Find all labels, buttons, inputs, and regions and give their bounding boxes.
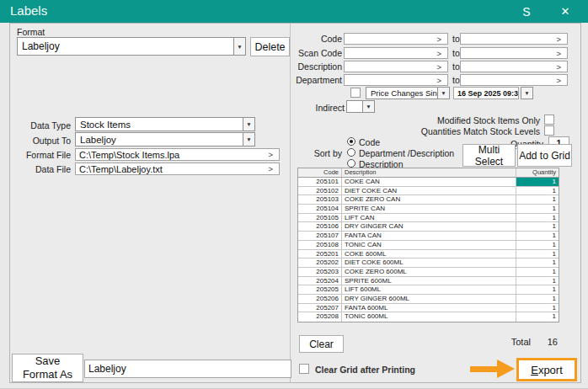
window-title: Labels (10, 3, 47, 18)
chevron-down-icon[interactable]: ▼ (243, 133, 254, 146)
titlebar-s-button[interactable]: S (514, 0, 539, 23)
grid-cell-quantity: 1 (516, 312, 559, 322)
labels-dialog: Labels S ✕ Format Labeljoy ▼ Delete Data… (0, 0, 588, 389)
chevron-right-icon[interactable]: > (556, 49, 567, 58)
code-from-input[interactable]: > (344, 33, 448, 45)
output-to-combobox[interactable]: Labeljoy▼ (75, 132, 255, 147)
price-changes-combobox[interactable]: Price Changes Since ▼ (366, 87, 450, 99)
data-type-combobox[interactable]: Stock Items▼ (75, 117, 255, 131)
grid-row[interactable]: 205104SPRITE CAN1 (298, 205, 559, 214)
department-from-input[interactable]: > (344, 74, 448, 86)
scan-code-from-input[interactable]: > (344, 47, 448, 59)
combobox-value: Stock Items (76, 118, 243, 131)
price-changes-date-dropdown[interactable]: ▼ (521, 87, 533, 99)
save-format-name-input[interactable]: Labeljoy (84, 360, 291, 378)
option-checkbox-0[interactable] (544, 115, 554, 125)
data-file-input[interactable]: C:\Temp\Labeljoy.txt> (75, 163, 280, 175)
sort-radio-2[interactable] (347, 159, 355, 168)
price-changes-value: Price Changes Since (366, 88, 437, 99)
grid-cell-code: 205208 (298, 312, 342, 322)
add-to-grid-button[interactable]: Add to Grid (517, 144, 572, 167)
grid-row[interactable]: 205202DIET COKE 600ML1 (298, 258, 559, 268)
description-from-input[interactable]: > (344, 61, 448, 72)
grid-row[interactable]: 205106DRY GINGER CAN1 (298, 222, 559, 232)
grid-row[interactable]: 205205LIFT 600ML1 (298, 285, 559, 295)
input-value: C:\Temp\Labeljoy.txt (76, 164, 268, 174)
grid-cell-description: TONIC 600ML (342, 312, 516, 322)
grid-cell-code: 205107 (298, 232, 342, 240)
scan-code-to-input[interactable]: > (460, 47, 568, 59)
chevron-right-icon[interactable]: > (556, 35, 567, 44)
chevron-right-icon[interactable]: > (436, 76, 447, 85)
grid-row[interactable]: 205102DIET COKE CAN1 (298, 187, 559, 196)
price-changes-checkbox[interactable] (350, 88, 361, 98)
grid-row[interactable]: 205203COKE ZERO 600ML1 (298, 268, 559, 277)
chevron-down-icon[interactable]: ▼ (437, 88, 449, 99)
grid-row[interactable]: 205207FANTA 600ML1 (298, 304, 559, 313)
chevron-down-icon[interactable]: ▼ (243, 118, 254, 131)
export-button[interactable]: Export (519, 360, 575, 379)
grid-cell-code: 205205 (298, 285, 342, 294)
grid-cell-quantity: 1 (516, 285, 559, 294)
chevron-right-icon[interactable]: > (556, 76, 567, 85)
grid-cell-code: 205204 (298, 277, 342, 285)
grid-row[interactable]: 205105LIFT CAN1 (298, 214, 559, 223)
grid-row[interactable]: 205107FANTA CAN1 (298, 232, 559, 241)
grid-header: CodeDescriptionQuantity (298, 168, 559, 178)
grid-row[interactable]: 205108TONIC CAN1 (298, 241, 559, 250)
grid-cell-description: SPRITE 600ML (342, 277, 516, 285)
range-label-0: Code (283, 34, 342, 44)
field-label-0: Data Type (13, 120, 71, 131)
grid-cell-code: 205103 (298, 195, 342, 204)
price-changes-date-input[interactable]: 16 Sep 2025 09:39 (453, 87, 519, 99)
grid-row[interactable]: 205103COKE ZERO CAN1 (298, 195, 559, 205)
grid-cell-quantity: 1 (516, 258, 559, 267)
sort-radio-1[interactable] (347, 148, 355, 157)
grid-row[interactable]: 205208TONIC 600ML1 (298, 312, 559, 322)
clear-grid-after-printing-checkbox[interactable] (299, 364, 309, 374)
grid-cell-code: 205105 (298, 214, 342, 222)
sort-radio-0[interactable] (347, 137, 355, 146)
code-to-input[interactable]: > (460, 33, 568, 45)
description-to-input[interactable]: > (460, 61, 568, 72)
total-label: Total (499, 337, 531, 347)
grid-cell-description: COKE ZERO 600ML (342, 268, 516, 276)
grid-cell-code: 205106 (298, 222, 342, 231)
clear-grid-after-printing-label: Clear Grid after Printing (315, 365, 415, 375)
save-format-as-label: Save Format As (23, 354, 72, 381)
grid-cell-code: 205108 (298, 241, 342, 249)
chevron-down-icon[interactable]: ▼ (233, 38, 245, 55)
indirect-combobox[interactable]: ▼ (346, 100, 375, 113)
grid-header-quantity[interactable]: Quantity (516, 168, 559, 177)
clear-button[interactable]: Clear (299, 335, 344, 353)
save-format-as-button[interactable]: Save Format As (12, 354, 83, 382)
chevron-right-icon[interactable]: > (436, 62, 447, 72)
input-value: C:\Temp\Stock Items.lpa (76, 150, 268, 160)
option-checkbox-1[interactable] (544, 125, 554, 136)
grid-header-code[interactable]: Code (298, 168, 342, 177)
grid-row[interactable]: 205204SPRITE 600ML1 (298, 277, 559, 286)
grid-cell-description: DIET COKE CAN (342, 187, 516, 195)
chevron-right-icon[interactable]: > (436, 49, 447, 58)
close-icon[interactable]: ✕ (553, 0, 578, 23)
grid-header-description[interactable]: Description (342, 168, 516, 177)
grid-cell-description: COKE CAN (342, 178, 516, 186)
department-to-input[interactable]: > (460, 74, 568, 86)
chevron-right-icon[interactable]: > (268, 164, 279, 173)
chevron-down-icon[interactable]: ▼ (362, 101, 374, 112)
chevron-down-icon[interactable]: ▼ (521, 88, 532, 99)
chevron-right-icon[interactable]: > (556, 62, 567, 72)
save-format-name-value: Labeljoy (85, 363, 291, 375)
format-file-input[interactable]: C:\Temp\Stock Items.lpa> (75, 148, 280, 161)
grid-row[interactable]: 205206DRY GINGER 600ML1 (298, 295, 559, 304)
multi-select-button[interactable]: Multi Select (462, 144, 516, 167)
chevron-right-icon[interactable]: > (436, 35, 447, 44)
format-combobox[interactable]: Labeljoy ▼ (17, 37, 246, 56)
chevron-right-icon[interactable]: > (268, 150, 279, 159)
grid-cell-code: 205203 (298, 268, 342, 276)
grid-row[interactable]: 205101COKE CAN1 (298, 178, 559, 187)
grid-cell-code: 205102 (298, 187, 342, 195)
grid-cell-quantity: 1 (516, 205, 559, 213)
option-check-label-0: Modified Stock Items Only (372, 115, 540, 125)
grid-row[interactable]: 205201COKE 600ML1 (298, 250, 559, 259)
